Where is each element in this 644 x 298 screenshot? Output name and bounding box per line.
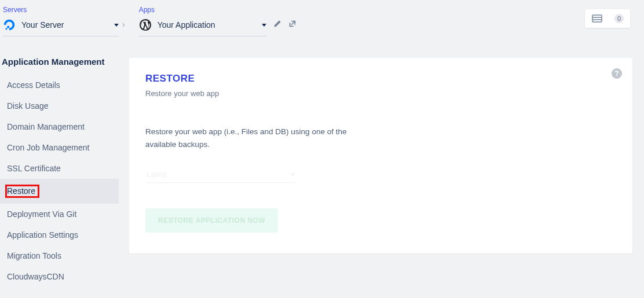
count-badge: 0 <box>614 14 624 23</box>
app-action-icons <box>273 20 297 30</box>
apps-label: Apps <box>139 6 266 14</box>
digitalocean-icon <box>3 19 16 31</box>
svg-rect-1 <box>6 28 8 30</box>
server-name: Your Server <box>21 20 111 30</box>
card-description: Restore your web app (i.e., Files and DB… <box>145 126 354 150</box>
svg-rect-3 <box>592 15 602 22</box>
highlight-annotation: Restore <box>5 185 39 198</box>
caret-down-icon <box>290 174 295 176</box>
sidebar-item-disk-usage[interactable]: Disk Usage <box>0 95 119 116</box>
wordpress-icon <box>139 19 152 31</box>
restore-application-button[interactable]: RESTORE APPLICATION NOW <box>145 208 278 233</box>
svg-rect-0 <box>7 26 9 28</box>
sidebar-item-cron-job-management[interactable]: Cron Job Management <box>0 137 119 158</box>
help-icon[interactable]: ? <box>612 68 622 79</box>
backup-select-value: Latest <box>147 170 167 179</box>
external-link-icon[interactable] <box>288 20 297 30</box>
server-selector[interactable]: Servers Your Server <box>3 6 119 36</box>
chevron-right-icon: › <box>122 20 125 29</box>
sidebar: Application Management Access Details Di… <box>0 39 119 287</box>
sidebar-item-application-settings[interactable]: Application Settings <box>0 225 119 245</box>
sidebar-item-domain-management[interactable]: Domain Management <box>0 116 119 137</box>
sidebar-item-access-details[interactable]: Access Details <box>0 75 119 95</box>
list-view-icon[interactable] <box>592 14 602 23</box>
servers-label: Servers <box>3 6 119 14</box>
card-subtitle: Restore your web app <box>145 89 616 98</box>
app-name: Your Application <box>158 20 258 30</box>
sidebar-item-ssl-certificate[interactable]: SSL Certificate <box>0 158 119 179</box>
sidebar-title: Application Management <box>0 57 119 75</box>
edit-icon[interactable] <box>273 20 281 30</box>
sidebar-item-deployment-via-git[interactable]: Deployment Via Git <box>0 204 119 225</box>
sidebar-item-label: Restore <box>7 186 35 196</box>
top-right-toolbar: 0 <box>585 9 630 28</box>
sidebar-item-restore[interactable]: Restore <box>0 179 119 204</box>
caret-down-icon <box>262 24 266 27</box>
app-selector[interactable]: Apps Your Application <box>139 6 266 36</box>
card-title: RESTORE <box>145 73 616 84</box>
projects-icon[interactable]: 0 <box>613 14 623 23</box>
restore-card: ? RESTORE Restore your web app Restore y… <box>129 58 632 253</box>
caret-down-icon <box>114 24 119 27</box>
backup-select[interactable]: Latest <box>145 167 296 183</box>
sidebar-item-migration-tools[interactable]: Migration Tools <box>0 245 119 266</box>
top-breadcrumb-bar: Servers Your Server › Apps Your Applicat… <box>0 0 644 39</box>
sidebar-item-cloudwayscdn[interactable]: CloudwaysCDN <box>0 266 119 287</box>
